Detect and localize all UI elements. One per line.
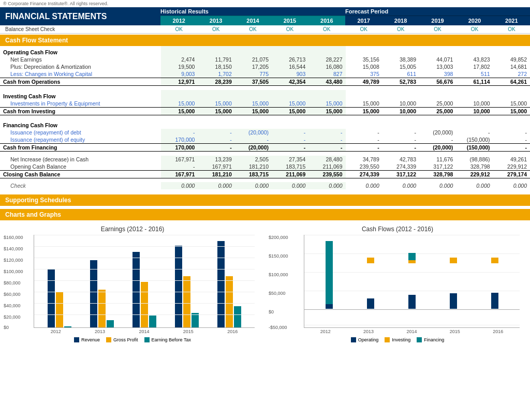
bsc-2019: OK	[419, 25, 456, 33]
inv-f1	[346, 90, 382, 100]
wc-2014: 775	[235, 70, 272, 78]
cf-legend-financing-label: Financing	[424, 337, 444, 342]
ccb-2017: 274,339	[346, 170, 382, 178]
cf-legend-financing: Financing	[417, 337, 444, 342]
cash-flow-table: Operating Cash Flow Net Earnings 2,474 1…	[0, 46, 530, 193]
cf-bar-group-2016	[491, 235, 498, 327]
da-2021: 14,681	[493, 63, 530, 70]
ne-2020: 43,823	[456, 56, 493, 63]
revenue-bar-2013	[90, 260, 97, 327]
cf-operating-2013	[367, 298, 374, 309]
cff-2021: -	[493, 144, 530, 152]
chk-2014: 0.000	[235, 182, 272, 189]
year-2014: 2014	[234, 16, 271, 25]
inv-h1	[161, 90, 198, 100]
inv-h5	[308, 90, 345, 100]
cff-2014: (20,000)	[235, 144, 272, 152]
chk-2016: 0.000	[308, 182, 345, 189]
cf-legend-investing: Investing	[385, 337, 410, 342]
earnings-x-labels: 2012 2013 2014 2015 2016	[34, 328, 255, 334]
closing-cash-row: Closing Cash Balance 167,971 181,210 183…	[0, 170, 530, 178]
op-f5	[493, 46, 530, 56]
op-h2	[198, 46, 234, 56]
cf-x-2014: 2014	[406, 329, 417, 334]
cff-2015: -	[272, 144, 308, 152]
cf-bar-group-2013	[367, 235, 374, 327]
cff-2013: -	[198, 144, 234, 152]
x-2014: 2014	[139, 329, 149, 334]
cf-operating-2016	[491, 293, 498, 309]
legend-gross-profit-label: Gross Profit	[113, 337, 138, 342]
cf-legend-operating: Operating	[351, 337, 379, 342]
ccb-2019: 328,798	[419, 170, 456, 178]
cfi-2019: 25,000	[419, 107, 456, 115]
prop-2018: 10,000	[382, 100, 419, 108]
ne-2017: 35,156	[346, 56, 382, 63]
net-earnings-label: Net Earnings	[0, 56, 161, 63]
cff-2018: -	[382, 144, 419, 152]
legend-revenue-label: Revenue	[81, 337, 100, 342]
cfo-2021: 64,261	[493, 78, 530, 86]
wc-2019: 398	[419, 70, 456, 78]
op-f3	[419, 46, 456, 56]
ebt-bar-2013	[107, 320, 114, 327]
balance-sheet-check-row: Balance Sheet Check OK OK OK OK OK OK OK…	[0, 25, 530, 34]
debt-2014: (20,000)	[235, 129, 272, 136]
da-2020: 17,802	[456, 63, 493, 70]
wc-2021: 272	[493, 70, 530, 78]
cfo-2013: 28,239	[198, 78, 234, 86]
debt-row: Issuance (repayment) of debt - - (20,000…	[0, 129, 530, 136]
ebt-bar-2012	[64, 326, 71, 327]
cff-2017: -	[346, 144, 382, 152]
debt-label: Issuance (repayment) of debt	[0, 129, 161, 136]
eq-2012: 170,000	[161, 136, 198, 144]
prop-2014: 15,000	[235, 100, 272, 108]
ocb-2014: 181,210	[235, 163, 272, 171]
ocb-2012: -	[161, 163, 198, 171]
charts-section: Earnings (2012 - 2016) $160,000 $140,000…	[0, 220, 530, 348]
grossproft-bar-2013	[98, 290, 106, 327]
ne-2016: 28,227	[308, 56, 345, 63]
year-2016: 2016	[308, 16, 345, 25]
cfo-2014: 37,505	[235, 78, 272, 86]
ocb-2020: 328,798	[456, 163, 493, 171]
prop-2017: 15,000	[346, 100, 382, 108]
eq-2020: (150,000)	[456, 136, 493, 144]
wc-label: Less: Changes in Working Capital	[0, 70, 161, 78]
cfo-2020: 61,114	[456, 78, 493, 86]
eq-2013: -	[198, 136, 234, 144]
inv-h2	[198, 90, 234, 100]
cfi-2018: 10,000	[382, 107, 419, 115]
da-2013: 18,150	[198, 63, 234, 70]
ccb-2014: 183,715	[235, 170, 272, 178]
cf-bar-group-2015	[450, 235, 457, 327]
bsc-2018: OK	[382, 25, 419, 33]
balance-check-label: Balance Sheet Check	[0, 25, 160, 33]
cf-bar-group-2014	[408, 235, 416, 327]
cff-2016: -	[308, 144, 345, 152]
eq-2015: -	[272, 136, 308, 144]
operating-section-label: Operating Cash Flow	[0, 46, 161, 56]
chk-2017: 0.000	[346, 182, 382, 189]
prop-2021: 15,000	[493, 100, 530, 108]
ccb-2013: 181,210	[198, 170, 234, 178]
nic-label: Net Increase (decrease) in Cash	[0, 156, 161, 163]
ebt-bar-2015	[192, 313, 199, 327]
cf-x-2012: 2012	[320, 329, 331, 334]
da-2017: 15,008	[346, 63, 382, 70]
bsc-2017: OK	[345, 25, 382, 33]
cff-label: Cash from Financing	[0, 144, 161, 152]
eq-2021: -	[493, 136, 530, 144]
bsc-2015: OK	[271, 25, 308, 33]
eq-2017: -	[346, 136, 382, 144]
ne-2015: 26,713	[272, 56, 308, 63]
legend-gross-profit-box	[106, 337, 111, 342]
cfo-2017: 49,789	[346, 78, 382, 86]
cashflow-chart-title: Cash Flows (2012 - 2016)	[270, 226, 525, 233]
cfi-2015: 15,000	[272, 107, 308, 115]
ccb-2018: 317,122	[382, 170, 419, 178]
da-2016: 16,080	[308, 63, 345, 70]
ocb-label: Opening Cash Balance	[0, 163, 161, 171]
inv-f2	[382, 90, 419, 100]
year-2018: 2018	[382, 16, 419, 25]
